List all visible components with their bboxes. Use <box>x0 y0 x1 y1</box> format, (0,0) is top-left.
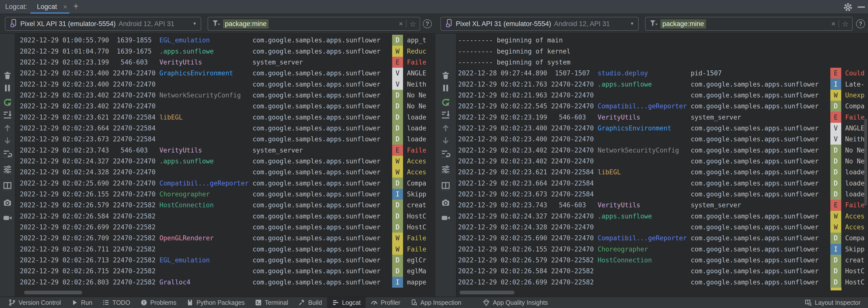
device-selector-left[interactable]: Pixel XL API 31 (emulator-5554) Android … <box>5 17 201 31</box>
device-selector-right[interactable]: Pixel XL API 31 (emulator-5554) Android … <box>440 17 639 31</box>
log-package: com.google.samples.apps.sunflower <box>691 91 830 99</box>
statusbar-item-logcat[interactable]: Logcat <box>327 297 366 308</box>
help-icon-left[interactable]: ? <box>423 19 432 28</box>
screen-record-icon[interactable] <box>2 213 12 223</box>
log-package: com.google.samples.apps.sunflower <box>252 246 392 253</box>
toolbar-separator <box>3 173 12 174</box>
log-timestamp-pid: 2022-12-29 02:02:23.199 546-603 <box>458 114 598 121</box>
statusbar-right-group: Layout Inspector <box>800 297 868 308</box>
trash-icon[interactable] <box>2 71 12 80</box>
logcat-side-toolbar-left <box>0 34 16 297</box>
log-level-badge: D <box>830 167 841 177</box>
scroll-to-end-icon[interactable] <box>441 110 451 119</box>
device-details: Android 12, API 31 <box>119 20 175 28</box>
statusbar-item-app-inspection[interactable]: App Inspection <box>405 297 466 308</box>
filter-input-right[interactable]: package:mine × ☆ <box>645 17 852 31</box>
horizontal-scrollbar[interactable] <box>460 291 515 295</box>
statusbar-item-label: App Inspection <box>421 299 461 306</box>
horizontal-scrollbar[interactable] <box>24 291 82 295</box>
format-options-icon[interactable] <box>441 164 451 174</box>
favorite-filter-icon[interactable]: ☆ <box>409 20 416 28</box>
filter-input-left[interactable]: package:mine × ☆ <box>208 17 420 31</box>
clear-filter-icon[interactable]: × <box>399 20 403 28</box>
log-tag <box>598 191 691 198</box>
log-timestamp-pid: 2022-12-29 02:02:22.545 22470-22470 <box>458 103 598 110</box>
log-tag: Gralloc4 <box>159 279 253 286</box>
log-row: 2022-12-29 02:02:23.402 22470-22470 com.… <box>457 156 868 167</box>
hide-panel-icon[interactable] <box>858 6 865 8</box>
next-occurrence-icon[interactable] <box>441 136 451 146</box>
log-message: HostC <box>845 267 865 275</box>
log-timestamp-pid: 2022-12-29 02:02:23.400 22470-22470 <box>458 135 598 143</box>
favorite-filter-icon[interactable]: ☆ <box>842 20 849 28</box>
log-package: com.google.samples.apps.sunflower <box>252 135 392 143</box>
log-row: 2022-12-29 02:02:23.664 22470-22584 com.… <box>16 123 435 134</box>
log-message: creat <box>407 201 426 209</box>
statusbar-item-profiler[interactable]: Profiler <box>366 297 405 308</box>
statusbar-item-version-control[interactable]: Version Control <box>3 297 66 308</box>
statusbar-item-label: TODO <box>113 299 130 306</box>
log-tag: GraphicsEnvironment <box>598 124 691 132</box>
log-row: --------- beginning of main <box>457 35 868 46</box>
gear-icon[interactable] <box>843 2 853 12</box>
log-level-badge: D <box>830 233 841 244</box>
next-occurrence-icon[interactable] <box>2 136 12 146</box>
split-panel-icon[interactable] <box>2 180 12 191</box>
log-message: ANGLE <box>407 69 426 77</box>
logcat-tool-window: Logcat: Logcat × + Pixel XL API 31 (emul <box>0 0 868 308</box>
add-tab-button[interactable]: + <box>73 1 79 11</box>
statusbar-item-terminal[interactable]: Terminal <box>250 297 293 308</box>
left-log-pane[interactable]: 2022-12-29 01:00:55.790 1639-1855 EGL_em… <box>16 34 435 297</box>
statusbar-item-todo[interactable]: TODO <box>97 297 135 308</box>
panel-title: Logcat: <box>5 3 27 11</box>
statusbar-item-run[interactable]: Run <box>66 297 97 308</box>
vertical-scrollbar[interactable] <box>864 119 867 205</box>
log-level-badge: D <box>830 145 841 156</box>
log-package: com.google.samples.apps.sunflower <box>691 103 830 110</box>
restart-icon[interactable] <box>441 97 451 107</box>
log-timestamp-pid: 2022-12-29 02:02:23.673 22470-22584 <box>20 135 159 143</box>
log-timestamp-pid: 2022-12-29 02:02:21.763 22470-22470 <box>458 81 598 88</box>
log-package: system_server <box>252 146 392 154</box>
log-message: eglCr <box>407 256 426 264</box>
log-timestamp-pid: 2022-12-29 02:02:24.328 22470-22470 <box>20 168 159 176</box>
pause-icon[interactable] <box>441 83 451 93</box>
clear-filter-icon[interactable]: × <box>831 20 836 28</box>
log-message: Acces <box>407 168 426 176</box>
statusbar-item-app-quality-insights[interactable]: App Quality Insights <box>477 297 553 308</box>
clipped-log-row-badge <box>831 288 841 290</box>
restart-icon[interactable] <box>2 97 12 107</box>
help-icon-right[interactable]: ? <box>856 19 865 28</box>
right-log-pane[interactable]: --------- beginning of main--------- beg… <box>457 34 868 297</box>
app-quality-insights-icon <box>483 299 490 306</box>
log-row: 2022-12-29 02:02:26.715 22470-22582 com.… <box>16 265 435 277</box>
screenshot-icon[interactable] <box>2 198 12 207</box>
log-timestamp-pid: 2022-12-29 02:02:23.400 22470-22470 <box>20 69 159 77</box>
statusbar-item-problems[interactable]: Problems <box>135 297 182 308</box>
log-package: com.google.samples.apps.sunflower <box>252 191 392 198</box>
statusbar-item-build[interactable]: Build <box>293 297 327 308</box>
tab-logcat[interactable]: Logcat × <box>30 0 70 13</box>
screen-record-icon[interactable] <box>441 213 451 223</box>
pause-icon[interactable] <box>2 83 12 93</box>
screenshot-icon[interactable] <box>441 198 451 207</box>
statusbar-item-layout-inspector[interactable]: Layout Inspector <box>800 297 866 308</box>
log-tag: Choreographer <box>598 246 691 253</box>
close-icon[interactable]: × <box>63 3 67 11</box>
previous-occurrence-icon[interactable] <box>2 123 12 133</box>
log-level-badge: E <box>830 200 841 211</box>
log-level-badge: D <box>392 35 403 46</box>
filter-divider <box>406 20 406 28</box>
format-options-icon[interactable] <box>2 164 12 174</box>
log-tag: VerityUtils <box>159 58 253 66</box>
trash-icon[interactable] <box>441 71 451 80</box>
split-panel-icon[interactable] <box>441 180 451 191</box>
scroll-to-end-icon[interactable] <box>2 110 12 119</box>
log-timestamp-pid: 2022-12-29 02:02:26.579 22470-22582 <box>20 201 159 209</box>
log-message: loade <box>845 179 865 187</box>
log-tag: VerityUtils <box>159 146 253 154</box>
log-level-badge: D <box>830 101 841 112</box>
log-tag <box>598 223 691 231</box>
statusbar-item-python-packages[interactable]: Python Packages <box>181 297 250 308</box>
previous-occurrence-icon[interactable] <box>441 123 451 133</box>
